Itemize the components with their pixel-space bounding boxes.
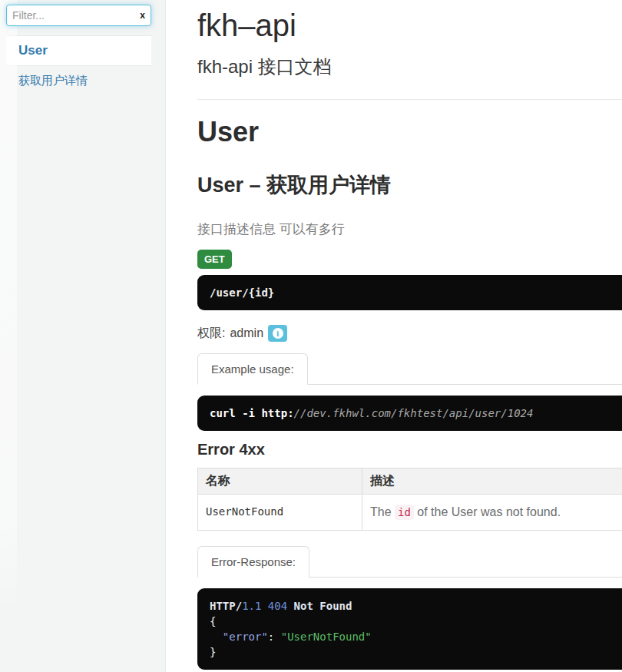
example-codeblock: curl -i http://dev.fkhwl.com/fkhtest/api… — [197, 396, 622, 431]
filter-input[interactable] — [6, 5, 151, 26]
example-tabs: Example usage: — [197, 353, 622, 385]
filter-field: x — [6, 5, 151, 26]
info-icon[interactable]: i — [268, 325, 287, 342]
article-heading: User – 获取用户详情 — [197, 171, 622, 199]
sidebar-item-get-user-detail[interactable]: 获取用户详情 — [6, 66, 151, 96]
error-name-cell: UserNotFound — [198, 495, 362, 531]
json-key-error: "error" — [210, 631, 268, 643]
tab-error-response[interactable]: Error-Response: — [197, 546, 309, 578]
method-badge: GET — [197, 250, 232, 269]
error-4xx-heading: Error 4xx — [197, 441, 622, 458]
error-table-col-name: 名称 — [198, 468, 362, 495]
sidebar-item-user[interactable]: User — [6, 35, 151, 66]
error-response-tabs: Error-Response: — [197, 546, 622, 578]
http-status-text: Not Found — [287, 600, 352, 612]
error-table-col-desc: 描述 — [362, 468, 622, 495]
sidebar-item-get-user-detail-label[interactable]: 获取用户详情 — [18, 74, 88, 87]
divider — [197, 99, 622, 100]
permission-line: 权限: admin i — [197, 325, 622, 342]
permission-value: admin — [230, 326, 263, 340]
error-desc-cell: The id of the User was not found. — [362, 495, 622, 531]
error-response-codeblock: HTTP/1.1 404 Not Found { "error": "UserN… — [197, 588, 622, 670]
endpoint-codeblock: /user/{id} — [197, 275, 622, 310]
sidebar-nav: User 获取用户详情 — [6, 35, 151, 96]
filter-clear-icon[interactable]: x — [140, 11, 145, 20]
error-table: 名称 描述 UserNotFound The id of the User wa… — [197, 468, 622, 531]
table-row: UserNotFound The id of the User was not … — [198, 495, 622, 531]
curl-command: curl -i http: — [210, 407, 294, 419]
json-value-usernotfound: "UserNotFound" — [281, 631, 372, 643]
article-description: 接口描述信息 可以有多行 — [197, 220, 622, 238]
tab-example-usage[interactable]: Example usage: — [197, 353, 308, 385]
curl-url-comment: //dev.fkhwl.com/fkhtest/api/user/1024 — [294, 407, 534, 419]
page-subtitle: fkh-api 接口文档 — [197, 55, 622, 79]
error-table-header-row: 名称 描述 — [198, 468, 622, 495]
sidebar: x User 获取用户详情 — [0, 0, 166, 672]
page-title: fkh–api — [197, 6, 622, 45]
http-keyword: HTTP/ — [210, 600, 242, 612]
content: fkh–api fkh-api 接口文档 User User – 获取用户详情 … — [166, 0, 622, 672]
permission-label: 权限: — [197, 326, 225, 342]
endpoint-path: /user/{id} — [210, 286, 274, 299]
sidebar-item-user-label[interactable]: User — [18, 43, 48, 58]
inline-code-id: id — [395, 505, 414, 520]
http-status-number: 1.1 404 — [242, 600, 287, 612]
group-heading: User — [197, 116, 622, 148]
